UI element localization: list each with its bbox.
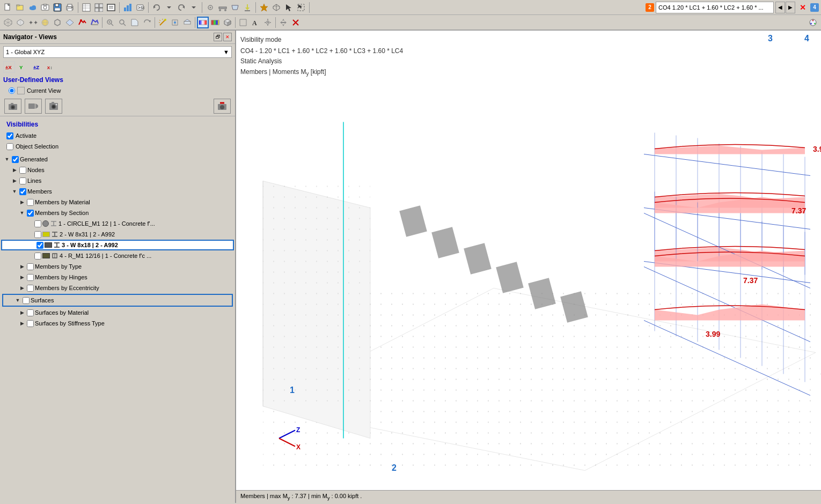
color-palette-btn[interactable] <box>807 17 819 28</box>
close-load-btn[interactable]: ✕ <box>797 2 809 13</box>
axis-y-btn[interactable]: Y <box>17 61 29 73</box>
new-btn[interactable] <box>2 2 14 13</box>
members-checkbox[interactable] <box>19 188 26 195</box>
render8-btn[interactable] <box>89 17 100 28</box>
surfaces-by-stiffness-row[interactable]: ▶ Surfaces by Stiffness Type <box>0 318 235 329</box>
render4-btn[interactable] <box>39 17 51 28</box>
generated-row[interactable]: ▼ Generated <box>0 154 235 165</box>
members-expander[interactable]: ▼ <box>11 188 18 195</box>
render2-btn[interactable] <box>14 17 26 28</box>
screenshot-btn[interactable] <box>39 2 51 13</box>
camera3-btn[interactable] <box>45 99 62 114</box>
panel-close-btn[interactable]: ✕ <box>223 33 232 41</box>
surfaces-checkbox[interactable] <box>23 297 30 304</box>
code-btn[interactable]: >sc <box>134 2 146 13</box>
members-row[interactable]: ▼ Members <box>0 186 235 197</box>
sbm-expander[interactable]: ▶ <box>18 309 26 316</box>
axis-x-btn[interactable]: ±X <box>3 61 15 73</box>
redo-dropdown[interactable] <box>188 2 200 13</box>
gradient-btn[interactable] <box>197 17 209 28</box>
tool2-btn[interactable] <box>169 17 181 28</box>
rotate-btn[interactable] <box>141 17 153 28</box>
section3-checkbox[interactable] <box>36 242 43 249</box>
arrow-move-btn[interactable] <box>277 17 289 28</box>
activate-checkbox[interactable] <box>6 132 13 139</box>
section2-checkbox[interactable] <box>34 231 41 238</box>
members-by-material-row[interactable]: ▶ Members by Material <box>0 197 235 207</box>
generated-checkbox[interactable] <box>12 156 19 163</box>
section1-checkbox[interactable] <box>34 220 41 227</box>
section2-row[interactable]: 2 - W 8x31 | 2 - A992 <box>0 229 235 240</box>
nodes-checkbox[interactable] <box>19 167 26 174</box>
nodes-expander[interactable]: ▶ <box>11 166 18 174</box>
render1-btn[interactable] <box>2 17 14 28</box>
axis-custom-btn[interactable]: X↕ <box>45 61 57 73</box>
load-btn[interactable] <box>241 2 253 13</box>
section3-row[interactable]: 3 - W 8x18 | 2 - A992 <box>1 240 234 250</box>
3d-view-btn[interactable] <box>270 2 282 13</box>
zoom-btn[interactable] <box>104 17 116 28</box>
surfaces-row[interactable]: ▼ Surfaces <box>3 295 232 306</box>
section-btn[interactable] <box>262 17 274 28</box>
view-combo[interactable]: 1 - Global XYZ ▼ <box>3 46 232 58</box>
print-btn[interactable] <box>64 2 76 13</box>
surfaces-expander[interactable]: ▼ <box>14 297 21 304</box>
cloud-btn[interactable] <box>27 2 39 13</box>
camera-delete-btn[interactable] <box>214 99 231 114</box>
dim-btn[interactable] <box>237 17 249 28</box>
camera1-btn[interactable] <box>4 99 21 114</box>
save-btn[interactable] <box>52 2 63 13</box>
zoom-sel-btn[interactable] <box>129 17 141 28</box>
next-load-btn[interactable]: ▶ <box>786 2 795 13</box>
mbe-checkbox[interactable] <box>27 285 34 292</box>
lines-checkbox[interactable] <box>19 177 26 184</box>
mbh-checkbox[interactable] <box>27 274 34 281</box>
nodes-row[interactable]: ▶ Nodes <box>0 165 235 175</box>
color-btn[interactable] <box>209 17 221 28</box>
members-by-section-row[interactable]: ▼ Members by Section <box>0 207 235 218</box>
render5-btn[interactable] <box>52 17 63 28</box>
mbt-checkbox[interactable] <box>27 263 34 270</box>
render3-btn[interactable]: ✦✦✦ <box>27 17 39 28</box>
mbt-expander[interactable]: ▶ <box>18 263 26 270</box>
tool3-btn[interactable] <box>181 17 193 28</box>
prev-load-btn[interactable]: ◀ <box>775 2 785 13</box>
star-view-btn[interactable] <box>258 2 270 13</box>
axis-z-btn[interactable]: ±Z <box>31 61 43 73</box>
input-btn[interactable] <box>105 2 117 13</box>
cursor-btn[interactable] <box>283 2 295 13</box>
lines-row[interactable]: ▶ Lines <box>0 175 235 186</box>
surfaces-by-material-row[interactable]: ▶ Surfaces by Material <box>0 307 235 318</box>
mbm-expander[interactable]: ▶ <box>18 198 26 206</box>
generated-expander[interactable]: ▼ <box>3 155 11 163</box>
sbm-checkbox[interactable] <box>27 309 34 316</box>
mbh-expander[interactable]: ▶ <box>18 273 26 281</box>
plate-btn[interactable] <box>229 2 241 13</box>
lines-expander[interactable]: ▶ <box>11 177 18 184</box>
section1-row[interactable]: 1 - CIRCLE_M1 12 | 1 - Concrete f'... <box>0 218 235 229</box>
render6-btn[interactable] <box>64 17 76 28</box>
section4-checkbox[interactable] <box>34 253 41 260</box>
members-by-hinges-row[interactable]: ▶ Members by Hinges <box>0 272 235 283</box>
load-combo[interactable]: CO4 1.20 * LC1 + 1.60 * LC2 + 1.60 * ... <box>656 2 774 13</box>
undo-btn[interactable] <box>151 2 163 13</box>
beam-btn[interactable] <box>217 2 229 13</box>
panel-restore-btn[interactable]: 🗗 <box>214 33 222 41</box>
members-by-type-row[interactable]: ▶ Members by Type <box>0 261 235 272</box>
current-view-radio[interactable] <box>9 87 15 94</box>
section4-row[interactable]: 4 - R_M1 12/16 | 1 - Concrete f'c ... <box>0 250 235 261</box>
sbs-expander[interactable]: ▶ <box>18 320 26 327</box>
object-selection-checkbox[interactable] <box>6 143 13 150</box>
open-btn[interactable] <box>14 2 26 13</box>
members-by-eccentricity-row[interactable]: ▶ Members by Eccentricity <box>0 283 235 293</box>
node-btn[interactable] <box>204 2 216 13</box>
mbe-expander[interactable]: ▶ <box>18 284 26 292</box>
sbs-checkbox[interactable] <box>27 320 34 327</box>
table2-btn[interactable] <box>93 2 105 13</box>
mbs-expander[interactable]: ▼ <box>18 209 26 217</box>
cross-btn[interactable] <box>290 17 302 28</box>
redo-btn[interactable] <box>175 2 187 13</box>
mbm-checkbox[interactable] <box>27 199 34 206</box>
cube-btn[interactable] <box>222 17 233 28</box>
mbs-checkbox[interactable] <box>27 210 34 217</box>
